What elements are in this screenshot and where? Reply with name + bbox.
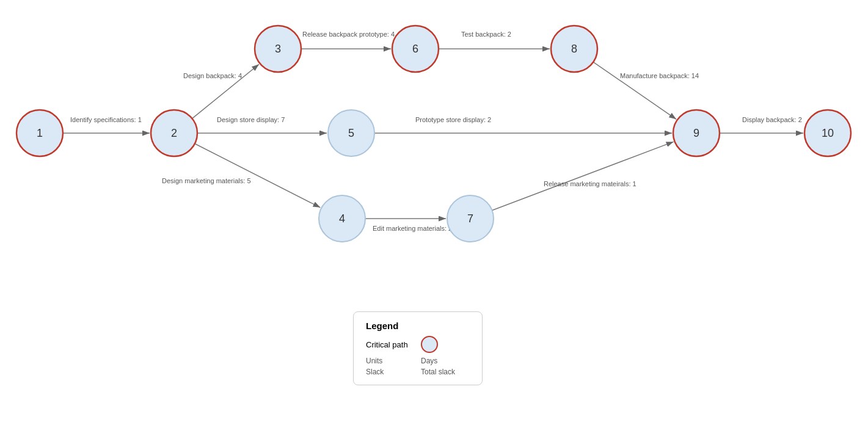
svg-text:Identify specifications: 1: Identify specifications: 1 <box>70 116 142 123</box>
svg-text:10: 10 <box>822 127 834 139</box>
svg-text:9: 9 <box>693 127 699 139</box>
svg-text:Edit marketing materials: 2: Edit marketing materials: 2 <box>373 225 452 232</box>
svg-text:Test backpack: 2: Test backpack: 2 <box>461 31 511 38</box>
svg-text:6: 6 <box>412 43 418 55</box>
svg-text:3: 3 <box>275 43 281 55</box>
legend-grid: Units Days Slack Total slack <box>366 357 470 376</box>
legend-critical-circle <box>421 336 438 353</box>
legend-slack-value: Total slack <box>421 368 470 376</box>
legend-critical-row: Critical path <box>366 336 470 353</box>
legend-title: Legend <box>366 321 470 331</box>
svg-text:Design marketing materials: 5: Design marketing materials: 5 <box>162 177 251 184</box>
legend-units-value: Days <box>421 357 470 365</box>
svg-text:Display backpack: 2: Display backpack: 2 <box>742 116 802 123</box>
svg-text:Manufacture backpack: 14: Manufacture backpack: 14 <box>620 72 699 79</box>
svg-line-19 <box>492 142 674 210</box>
svg-text:Release marketing mateirals: 1: Release marketing mateirals: 1 <box>544 180 636 187</box>
svg-text:1: 1 <box>37 127 43 139</box>
svg-text:Design store display: 7: Design store display: 7 <box>217 116 285 123</box>
svg-line-7 <box>195 143 320 208</box>
svg-text:Release backpack prototype: 4: Release backpack prototype: 4 <box>302 31 395 38</box>
legend-units-label: Units <box>366 357 415 365</box>
legend-critical-label: Critical path <box>366 340 415 349</box>
svg-text:8: 8 <box>571 43 577 55</box>
legend-box: Legend Critical path Units Days Slack To… <box>353 311 483 385</box>
svg-text:7: 7 <box>467 212 473 225</box>
svg-text:2: 2 <box>171 127 177 139</box>
svg-line-13 <box>593 62 676 120</box>
svg-text:4: 4 <box>339 212 345 225</box>
svg-text:5: 5 <box>348 127 354 139</box>
svg-text:Design backpack: 4: Design backpack: 4 <box>183 72 242 79</box>
legend-slack-label: Slack <box>366 368 415 376</box>
svg-text:Prototype store display: 2: Prototype store display: 2 <box>415 116 491 123</box>
